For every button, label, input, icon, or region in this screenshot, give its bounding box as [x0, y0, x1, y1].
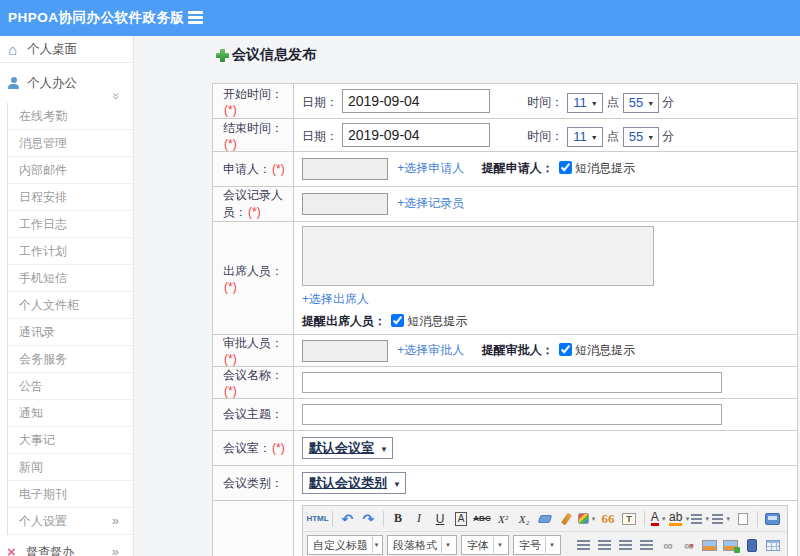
- field-label: 开始时间：: [223, 87, 283, 101]
- form-row-start-time: 开始时间：(*) 日期： 时间：11 点55 分: [213, 84, 798, 119]
- font-border-icon[interactable]: A: [455, 512, 468, 526]
- sidebar-item-work-plan[interactable]: 工作计划: [8, 238, 133, 265]
- insert-image-icon[interactable]: [700, 535, 719, 555]
- end-minute-select[interactable]: 55: [623, 127, 659, 147]
- sidebar-item-news[interactable]: 新闻: [8, 454, 133, 481]
- sidebar-item-message-management[interactable]: 消息管理: [8, 130, 133, 157]
- eraser-icon[interactable]: [536, 509, 555, 529]
- sidebar-item-announcement[interactable]: 公告: [8, 373, 133, 400]
- minute-value: 55: [629, 129, 643, 144]
- user-icon: [8, 63, 19, 103]
- italic-icon[interactable]: I: [410, 509, 429, 529]
- color-palette-icon[interactable]: [578, 509, 597, 529]
- sms-label: 短消息提示: [575, 161, 635, 175]
- redo-icon[interactable]: ↷: [359, 509, 378, 529]
- html-source-button[interactable]: HTML: [308, 509, 327, 529]
- underline-icon[interactable]: U: [431, 509, 450, 529]
- sidebar-item-label: 个人办公: [27, 76, 77, 90]
- superscript-icon[interactable]: X²: [494, 509, 513, 529]
- applicant-input[interactable]: [302, 158, 388, 180]
- bold-icon[interactable]: B: [389, 509, 408, 529]
- editor-toolbar-row1: HTML ↶ ↷ B I U A ABC X² X₂: [303, 506, 787, 532]
- sidebar-item-meeting-service[interactable]: 会务服务: [8, 346, 133, 373]
- align-left-icon[interactable]: [574, 535, 593, 555]
- start-hour-select[interactable]: 11: [567, 93, 603, 113]
- sidebar-item-notice[interactable]: 通知: [8, 400, 133, 427]
- font-size-select[interactable]: 字号: [513, 535, 561, 555]
- unlink-x-glyph: ×: [689, 541, 693, 550]
- font-size-value: 字号: [519, 538, 541, 553]
- link-icon[interactable]: ∞: [658, 535, 677, 555]
- sidebar-item-online-attendance[interactable]: 在线考勤: [8, 103, 133, 130]
- sidebar-item-memorabilia[interactable]: 大事记: [8, 427, 133, 454]
- approver-sms-checkbox[interactable]: [559, 343, 572, 356]
- hour-value: 11: [573, 129, 587, 144]
- paragraph-select-value: 段落格式: [393, 538, 437, 553]
- choose-approver-link[interactable]: +选择审批人: [397, 343, 464, 357]
- recorder-input[interactable]: [302, 193, 388, 215]
- undo-icon[interactable]: ↶: [338, 509, 357, 529]
- meeting-name-input[interactable]: [302, 372, 722, 393]
- upload-image-icon[interactable]: [721, 535, 740, 555]
- insert-media-icon[interactable]: [742, 535, 761, 555]
- choose-attendees-link[interactable]: +选择出席人: [302, 292, 369, 306]
- sidebar-item-desktop[interactable]: ⌂ 个人桌面: [0, 36, 133, 63]
- blockquote-icon[interactable]: 66: [599, 509, 618, 529]
- chevron-right-icon: [112, 508, 119, 534]
- ordered-list-icon[interactable]: [691, 509, 710, 529]
- sidebar-item-work-log[interactable]: 工作日志: [8, 211, 133, 238]
- start-date-input[interactable]: [342, 89, 490, 113]
- unordered-list-icon[interactable]: [712, 509, 731, 529]
- font-color-icon[interactable]: A: [649, 509, 668, 529]
- start-minute-select[interactable]: 55: [623, 93, 659, 113]
- attendees-textarea[interactable]: [302, 226, 654, 286]
- meeting-form: 开始时间：(*) 日期： 时间：11 点55 分 结束时间：(*) 日期： 时间…: [212, 83, 798, 556]
- meeting-category-select[interactable]: 默认会议类别: [302, 472, 406, 494]
- fullscreen-icon[interactable]: [763, 509, 782, 529]
- align-center-icon[interactable]: [595, 535, 614, 555]
- hour-unit: 点: [607, 129, 619, 143]
- align-right-icon[interactable]: [616, 535, 635, 555]
- choose-recorder-link[interactable]: +选择记录员: [397, 196, 464, 210]
- sidebar-item-personal-office[interactable]: 个人办公: [0, 63, 133, 103]
- form-row-end-time: 结束时间：(*) 日期： 时间：11 点55 分: [213, 119, 798, 152]
- meeting-topic-input[interactable]: [302, 404, 722, 425]
- sidebar: ⌂ 个人桌面 个人办公 在线考勤 消息管理 内部邮件 日程安排 工作日志 工作计…: [0, 36, 134, 556]
- align-justify-icon[interactable]: [637, 535, 656, 555]
- heading-select[interactable]: 自定义标题: [307, 535, 383, 555]
- attendees-sms-checkbox[interactable]: [391, 314, 404, 327]
- paste-from-word-icon[interactable]: T: [620, 509, 639, 529]
- sidebar-item-sms[interactable]: 手机短信: [8, 265, 133, 292]
- highlight-color-icon[interactable]: ab: [670, 509, 689, 529]
- sidebar-item-e-journal[interactable]: 电子期刊: [8, 481, 133, 508]
- format-brush-icon[interactable]: [557, 509, 576, 529]
- subscript-icon[interactable]: X₂: [515, 509, 534, 529]
- sidebar-item-schedule[interactable]: 日程安排: [8, 184, 133, 211]
- unlink-icon[interactable]: ∞×: [679, 535, 698, 555]
- page-title-text: 会议信息发布: [232, 46, 316, 64]
- font-family-select[interactable]: 字体: [461, 535, 509, 555]
- sidebar-item-internal-mail[interactable]: 内部邮件: [8, 157, 133, 184]
- approver-input[interactable]: [302, 340, 388, 362]
- sidebar-item-contacts[interactable]: 通讯录: [8, 319, 133, 346]
- end-hour-select[interactable]: 11: [567, 127, 603, 147]
- new-page-icon[interactable]: [733, 509, 752, 529]
- strikethrough-icon[interactable]: ABC: [473, 509, 492, 529]
- chevron-right-icon: [112, 542, 119, 556]
- applicant-sms-checkbox[interactable]: [559, 161, 572, 174]
- sidebar-item-supervision[interactable]: × 督查督办: [0, 542, 133, 556]
- meeting-room-value: 默认会议室: [309, 440, 374, 455]
- chevron-down-icon: [545, 537, 558, 553]
- menu-icon[interactable]: [188, 11, 204, 25]
- meeting-room-select[interactable]: 默认会议室: [302, 437, 393, 459]
- insert-table-icon[interactable]: [763, 535, 782, 555]
- choose-applicant-link[interactable]: +选择申请人: [397, 161, 464, 175]
- end-date-input[interactable]: [342, 123, 490, 147]
- add-icon: [216, 49, 229, 62]
- field-label: 会议主题：: [223, 407, 283, 421]
- form-row-approver: 审批人员：(*) +选择审批人 提醒审批人： 短消息提示: [213, 335, 798, 367]
- paragraph-format-select[interactable]: 段落格式: [387, 535, 457, 555]
- sidebar-item-file-cabinet[interactable]: 个人文件柜: [8, 292, 133, 319]
- form-row-meeting-room: 会议室：(*) 默认会议室: [213, 431, 798, 466]
- sidebar-item-personal-settings[interactable]: 个人设置: [8, 508, 133, 535]
